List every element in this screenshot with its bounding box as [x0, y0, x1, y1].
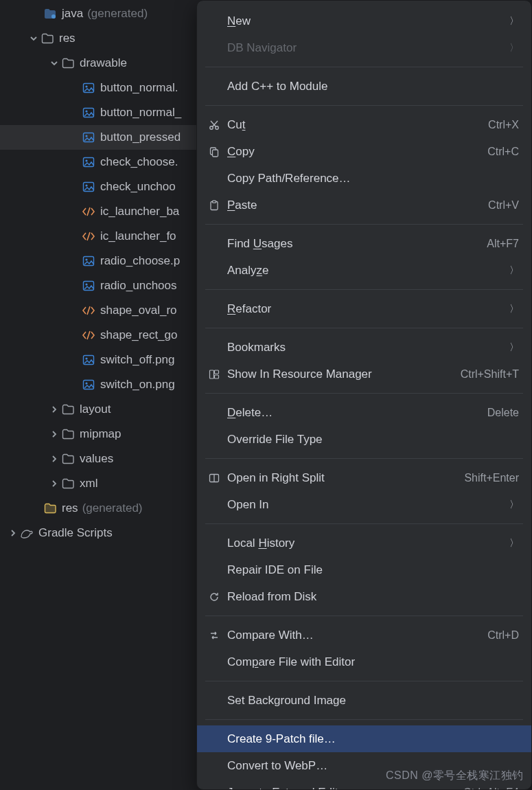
menu-open-in[interactable]: Open In 〉 — [197, 491, 531, 518]
chevron-down-icon — [48, 59, 60, 67]
menu-shortcut: Ctrl+X — [488, 119, 519, 131]
menu-override-file-type[interactable]: Override File Type — [197, 426, 531, 453]
menu-show-resource-manager[interactable]: Show In Resource Manager Ctrl+Shift+T — [197, 361, 531, 387]
svg-point-6 — [85, 135, 87, 137]
resource-manager-icon — [207, 369, 222, 380]
tree-label: ic_launcher_ba — [100, 205, 179, 218]
folder-icon — [60, 453, 76, 464]
image-icon — [81, 280, 96, 291]
menu-new[interactable]: New 〉 — [197, 8, 531, 34]
chevron-right-icon: 〉 — [509, 499, 519, 511]
menu-reload-disk[interactable]: Reload from Disk — [197, 583, 531, 610]
tree-label: xml — [80, 477, 97, 490]
tree-label: res — [59, 32, 76, 45]
menu-compare-file-editor[interactable]: Compare File with Editor — [197, 648, 531, 675]
chevron-down-icon — [27, 34, 40, 43]
tree-label: button_normal. — [100, 81, 178, 95]
svg-point-2 — [85, 85, 87, 87]
svg-rect-24 — [213, 201, 216, 203]
svg-rect-25 — [210, 370, 214, 379]
tree-label: check_choose. — [100, 155, 178, 169]
menu-delete[interactable]: Delete… Delete — [197, 399, 531, 426]
chevron-right-icon — [48, 405, 60, 414]
menu-create-9patch[interactable]: Create 9-Patch file… — [197, 725, 531, 752]
svg-point-10 — [85, 184, 87, 186]
menu-separator — [205, 224, 523, 225]
chevron-right-icon: 〉 — [509, 341, 519, 354]
svg-point-14 — [85, 283, 87, 285]
tree-label: shape_oval_ro — [100, 304, 177, 317]
folder-icon — [60, 58, 76, 69]
menu-set-background[interactable]: Set Background Image — [197, 687, 531, 714]
menu-shortcut: Shift+Enter — [464, 472, 519, 484]
menu-repair-ide[interactable]: Repair IDE on File — [197, 556, 531, 583]
tree-label: switch_on.png — [100, 378, 175, 392]
chevron-right-icon: 〉 — [509, 264, 519, 277]
menu-separator — [205, 616, 523, 616]
tree-label: Gradle Scripts — [38, 526, 113, 540]
svg-point-4 — [85, 110, 87, 112]
folder-icon — [60, 404, 76, 415]
svg-point-18 — [85, 382, 87, 384]
menu-separator — [205, 393, 523, 394]
tree-label: ic_launcher_fo — [100, 229, 176, 243]
tree-label: radio_unchoos — [100, 279, 177, 293]
menu-cut[interactable]: Cut Ctrl+X — [197, 111, 531, 138]
menu-shortcut: Ctrl+Shift+T — [461, 368, 519, 381]
menu-paste[interactable]: Paste Ctrl+V — [197, 192, 531, 218]
menu-compare-with[interactable]: Compare With… Ctrl+D — [197, 622, 531, 648]
menu-open-right-split[interactable]: Open in Right Split Shift+Enter — [197, 464, 531, 491]
tree-label: java — [62, 7, 83, 21]
reload-icon — [207, 591, 222, 602]
xml-icon — [81, 232, 96, 241]
tree-label: check_unchoo — [100, 180, 176, 194]
menu-local-history[interactable]: Local History 〉 — [197, 530, 531, 556]
image-icon — [81, 379, 96, 390]
folder-icon — [43, 8, 58, 19]
menu-shortcut: Delete — [487, 407, 519, 419]
tree-hint: (generated) — [82, 501, 143, 515]
menu-analyze[interactable]: Analyze 〉 — [197, 257, 531, 284]
menu-separator — [205, 458, 523, 459]
menu-db-navigator: DB Navigator 〉 — [197, 34, 531, 61]
menu-copy[interactable]: Copy Ctrl+C — [197, 138, 531, 165]
tree-label: button_normal_ — [100, 106, 181, 120]
tree-label: drawable — [80, 56, 127, 70]
tree-label: mipmap — [80, 427, 121, 441]
xml-icon — [81, 207, 96, 216]
tree-label: layout — [80, 403, 111, 416]
gradle-icon — [19, 528, 34, 539]
chevron-right-icon: 〉 — [509, 537, 519, 550]
chevron-right-icon: 〉 — [509, 15, 519, 27]
menu-separator — [205, 523, 523, 524]
chevron-right-icon — [48, 479, 60, 488]
menu-refactor[interactable]: Refactor 〉 — [197, 295, 531, 322]
tree-label: button_pressed — [100, 131, 181, 144]
menu-shortcut: Ctrl+D — [487, 629, 519, 642]
chevron-right-icon — [48, 430, 60, 438]
menu-shortcut: Ctrl+Alt+F4 — [463, 787, 519, 791]
svg-rect-27 — [215, 375, 219, 379]
menu-separator — [205, 328, 523, 328]
split-right-icon — [207, 473, 222, 484]
image-icon — [81, 256, 96, 267]
chevron-right-icon — [48, 455, 60, 463]
tree-hint: (generated) — [87, 7, 148, 21]
menu-find-usages[interactable]: Find Usages Alt+F7 — [197, 230, 531, 257]
menu-bookmarks[interactable]: Bookmarks 〉 — [197, 334, 531, 361]
cut-icon — [207, 120, 222, 131]
menu-copy-path[interactable]: Copy Path/Reference… — [197, 165, 531, 192]
svg-point-12 — [85, 258, 87, 260]
image-icon — [81, 132, 96, 143]
tree-label: radio_choose.p — [100, 254, 180, 268]
tree-label: switch_off.png — [100, 353, 174, 367]
chevron-right-icon: 〉 — [509, 303, 519, 315]
menu-separator — [205, 681, 523, 681]
svg-point-0 — [51, 14, 56, 19]
menu-shortcut: Ctrl+C — [487, 146, 519, 158]
menu-separator — [205, 105, 523, 106]
menu-add-cpp[interactable]: Add C++ to Module — [197, 73, 531, 100]
svg-point-16 — [85, 357, 87, 359]
menu-shortcut: Ctrl+V — [488, 199, 519, 212]
watermark: CSDN @零号全栈寒江独钓 — [386, 769, 524, 783]
